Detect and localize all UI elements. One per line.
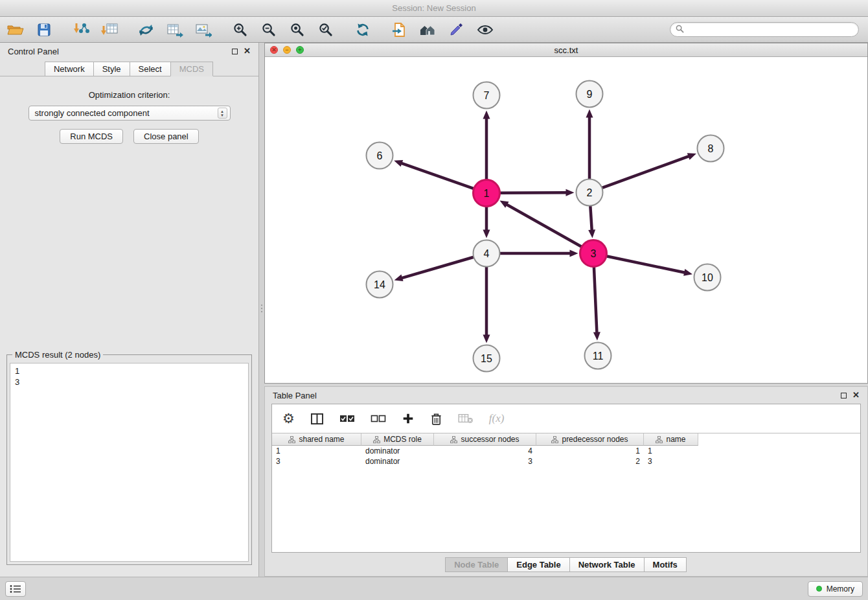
- tab-network-table[interactable]: Network Table: [569, 557, 645, 572]
- home-layout-icon[interactable]: [419, 21, 437, 38]
- tab-node-table[interactable]: Node Table: [445, 557, 508, 572]
- edge-4-14[interactable]: [394, 257, 474, 281]
- memory-button[interactable]: Memory: [808, 581, 863, 597]
- save-session-icon[interactable]: [35, 21, 52, 38]
- node-6[interactable]: 6: [367, 143, 393, 169]
- tab-style[interactable]: Style: [93, 62, 130, 76]
- table-options-icon[interactable]: ⚙: [282, 412, 295, 426]
- select-all-rows-icon[interactable]: [339, 414, 355, 423]
- node-label: 3: [591, 248, 597, 259]
- tab-select[interactable]: Select: [130, 62, 171, 76]
- new-network-icon[interactable]: [137, 21, 155, 38]
- table-cell[interactable]: 4: [434, 446, 536, 456]
- tab-motifs[interactable]: Motifs: [644, 557, 687, 572]
- column-attribute-icon: [373, 436, 380, 443]
- close-panel-icon[interactable]: ✕: [244, 48, 251, 54]
- column-header-shared-name[interactable]: shared name: [272, 433, 361, 446]
- edge-1-7[interactable]: [483, 111, 490, 179]
- search-input[interactable]: [687, 25, 853, 34]
- node-11[interactable]: 11: [585, 343, 611, 369]
- edge-2-3[interactable]: [588, 206, 595, 238]
- open-session-icon[interactable]: [6, 21, 24, 38]
- maximize-window-icon[interactable]: +: [296, 46, 304, 54]
- column-label: predecessor nodes: [562, 435, 628, 444]
- column-header-successor-nodes[interactable]: successor nodes: [434, 433, 536, 446]
- node-10[interactable]: 10: [694, 264, 721, 291]
- edge-3-11[interactable]: [593, 267, 600, 340]
- table-row-1[interactable]: 1dominator411: [272, 446, 860, 456]
- delete-columns-icon[interactable]: [430, 412, 442, 426]
- node-label: 14: [374, 279, 385, 290]
- edge-3-1[interactable]: [499, 201, 581, 247]
- add-column-icon[interactable]: [402, 412, 415, 425]
- network-graph[interactable]: 7968124314101511: [265, 57, 866, 383]
- apply-style-document-icon[interactable]: [391, 21, 408, 38]
- dropdown-value: strongly connected component: [35, 108, 150, 118]
- edge-4-15[interactable]: [483, 268, 490, 343]
- show-hide-graphics-icon[interactable]: [476, 21, 494, 38]
- zoom-selected-icon[interactable]: [317, 21, 334, 38]
- tab-edge-table[interactable]: Edge Table: [507, 557, 569, 572]
- show-columns-icon[interactable]: [310, 413, 324, 425]
- import-table-icon[interactable]: [100, 21, 118, 38]
- column-header-name[interactable]: name: [644, 433, 698, 446]
- edge-3-10[interactable]: [607, 256, 692, 275]
- edge-1-4[interactable]: [483, 207, 490, 238]
- node-1[interactable]: 1: [474, 180, 500, 207]
- node-14[interactable]: 14: [367, 271, 393, 298]
- column-header-MCDS-role[interactable]: MCDS role: [361, 433, 434, 446]
- column-header-predecessor-nodes[interactable]: predecessor nodes: [536, 433, 644, 446]
- minimize-window-icon[interactable]: −: [283, 46, 291, 54]
- export-image-icon[interactable]: [194, 21, 212, 38]
- run-mcds-button[interactable]: Run MCDS: [60, 129, 123, 144]
- edge-1-6[interactable]: [394, 160, 474, 189]
- table-cell[interactable]: 2: [536, 457, 644, 466]
- window-title: Session: New Session: [392, 3, 475, 13]
- import-network-icon[interactable]: [72, 21, 89, 38]
- zoom-fit-icon[interactable]: [288, 21, 306, 38]
- table-cell[interactable]: 1: [272, 446, 361, 456]
- tab-mcds[interactable]: MCDS: [170, 62, 213, 76]
- mcds-result-title: MCDS result (2 nodes): [12, 350, 103, 360]
- node-15[interactable]: 15: [474, 345, 500, 372]
- table-cell[interactable]: 1: [644, 446, 698, 456]
- node-7[interactable]: 7: [474, 82, 500, 109]
- edge-4-3[interactable]: [501, 250, 578, 257]
- tab-network[interactable]: Network: [45, 62, 94, 76]
- paint-style-icon[interactable]: [448, 21, 465, 38]
- task-history-button[interactable]: [5, 581, 26, 597]
- zoom-out-icon[interactable]: [260, 21, 277, 38]
- zoom-in-icon[interactable]: [231, 21, 249, 38]
- control-panel-title: Control Panel: [8, 47, 59, 56]
- close-table-panel-icon[interactable]: ✕: [852, 392, 860, 398]
- node-4[interactable]: 4: [474, 240, 500, 267]
- edge-2-8[interactable]: [602, 153, 696, 187]
- edge-2-9[interactable]: [586, 110, 593, 179]
- node-8[interactable]: 8: [698, 135, 724, 162]
- table-cell[interactable]: 3: [644, 457, 698, 466]
- table-cell[interactable]: 3: [272, 457, 361, 466]
- table-cell[interactable]: 1: [536, 446, 644, 456]
- table-row-2[interactable]: 3dominator323: [272, 456, 860, 467]
- node-2[interactable]: 2: [577, 179, 603, 206]
- float-panel-icon[interactable]: [232, 49, 238, 54]
- export-table-icon[interactable]: [166, 21, 183, 38]
- deselect-all-rows-icon[interactable]: [371, 414, 386, 423]
- optimization-criterion-dropdown[interactable]: strongly connected component ▲▼: [29, 106, 231, 121]
- network-canvas[interactable]: 7968124314101511: [265, 57, 867, 383]
- node-9[interactable]: 9: [577, 81, 603, 108]
- close-panel-button[interactable]: Close panel: [133, 129, 199, 144]
- refresh-view-icon[interactable]: [354, 21, 371, 38]
- search-field[interactable]: [670, 22, 859, 37]
- table-cell[interactable]: dominator: [361, 457, 434, 466]
- status-bar: Memory: [0, 577, 868, 600]
- mcds-result-list[interactable]: 13: [10, 363, 249, 562]
- float-table-panel-icon[interactable]: [841, 393, 847, 398]
- close-window-icon[interactable]: ✕: [270, 46, 278, 54]
- table-cell[interactable]: 3: [434, 457, 536, 466]
- network-window-titlebar[interactable]: ✕ − + scc.txt: [265, 43, 867, 57]
- table-cell[interactable]: dominator: [361, 446, 434, 456]
- panel-splitter[interactable]: [259, 43, 264, 577]
- node-3[interactable]: 3: [580, 240, 607, 267]
- edge-1-2[interactable]: [500, 189, 574, 196]
